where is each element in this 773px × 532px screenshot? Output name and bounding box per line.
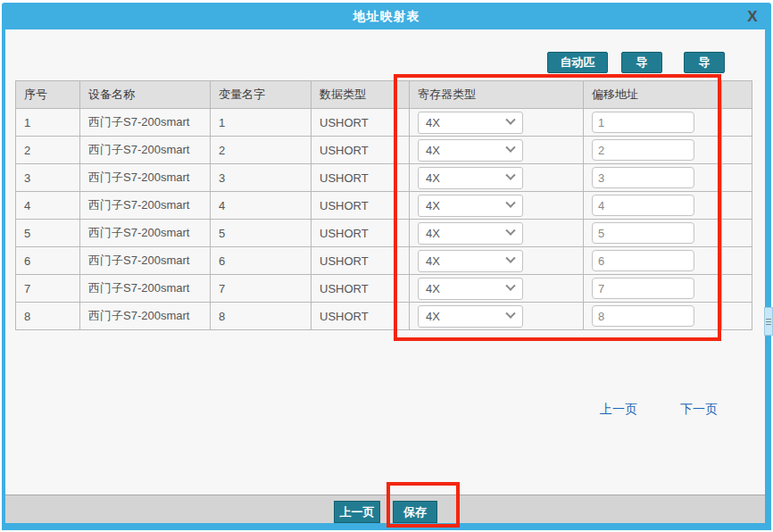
offset-input[interactable] [592,112,694,133]
spacer-cell [722,164,752,192]
no-cell: 3 [16,164,80,192]
table-row: 1西门子S7-200smart1USHORT4X [16,109,752,137]
spacer-cell [722,303,752,330]
save-button[interactable]: 保存 [393,501,437,523]
device-cell: 西门子S7-200smart [80,137,211,164]
next-page-link[interactable]: 下一页 [680,402,718,418]
spacer-cell [722,137,752,164]
column-header: 序号 [16,81,80,109]
table-row: 5西门子S7-200smart5USHORT4X [16,220,752,247]
datatype-cell: USHORT [312,247,410,275]
offset-cell [584,303,722,330]
variable-cell: 6 [211,247,312,275]
register-type-select[interactable]: 4X [418,222,523,245]
register-type-select[interactable]: 4X [418,278,523,300]
register-type-select[interactable]: 4X [418,112,523,134]
no-cell: 7 [16,275,80,303]
prev-page-link[interactable]: 上一页 [600,402,637,418]
offset-input[interactable] [592,278,694,299]
offset-input[interactable] [592,139,694,161]
variable-cell: 3 [211,164,312,192]
chevron-down-icon [505,198,515,208]
no-cell: 6 [16,247,80,275]
register-type-value: 4X [426,254,440,268]
chevron-down-icon [505,115,515,125]
dialog-titlebar: 地址映射表 X [2,3,771,29]
table-row: 3西门子S7-200smart3USHORT4X [16,164,752,192]
offset-input[interactable] [592,167,694,188]
register-cell: 4X [410,164,584,192]
spacer-cell [722,275,752,303]
register-type-select[interactable]: 4X [418,167,523,189]
offset-cell [584,137,722,164]
register-type-select[interactable]: 4X [418,139,523,162]
footer-prev-page-button[interactable]: 上一页 [334,501,380,523]
mapping-table: 序号设备名称变量名字数据类型寄存器类型偏移地址 1西门子S7-200smart1… [15,80,752,330]
datatype-cell: USHORT [312,192,410,220]
spacer-cell [722,109,752,137]
offset-input[interactable] [592,222,694,244]
offset-input[interactable] [592,195,694,216]
table-row: 6西门子S7-200smart6USHORT4X [16,247,752,275]
register-type-select[interactable]: 4X [418,195,523,217]
export-button[interactable]: 导出 [621,52,662,73]
column-header: 偏移地址 [584,81,722,109]
spacer-cell [722,220,752,247]
dialog-footer [5,495,765,523]
device-cell: 西门子S7-200smart [80,303,211,330]
device-cell: 西门子S7-200smart [80,109,211,137]
column-header: 寄存器类型 [410,81,584,109]
variable-cell: 7 [211,275,312,303]
chevron-down-icon [505,143,515,153]
no-cell: 1 [16,109,80,137]
offset-input[interactable] [592,250,694,271]
register-type-value: 4X [426,144,440,157]
variable-cell: 8 [211,303,312,330]
no-cell: 8 [16,303,80,330]
variable-cell: 2 [211,137,312,164]
datatype-cell: USHORT [312,303,410,330]
offset-cell [584,109,722,137]
dialog-title: 地址映射表 [2,9,771,25]
spacer-cell [722,247,752,275]
device-cell: 西门子S7-200smart [80,247,211,275]
register-type-select[interactable]: 4X [418,250,523,272]
datatype-cell: USHORT [312,275,410,303]
offset-cell [584,220,722,247]
close-button[interactable]: X [743,7,762,27]
address-mapping-dialog: 地址映射表 X 自动匹配 导出 导入 序号设备名称变量名字数据类型寄存器类型偏移… [0,0,773,532]
dialog-border-bottom [2,523,771,530]
register-type-value: 4X [426,310,440,323]
chevron-down-icon [505,309,515,319]
auto-match-button[interactable]: 自动匹配 [547,52,608,73]
no-cell: 4 [16,192,80,220]
register-cell: 4X [410,303,584,330]
register-cell: 4X [410,109,584,137]
register-cell: 4X [410,192,584,220]
datatype-cell: USHORT [312,137,410,164]
offset-cell [584,192,722,220]
register-type-value: 4X [426,199,440,212]
variable-cell: 1 [211,109,312,137]
table-row: 7西门子S7-200smart7USHORT4X [16,275,752,303]
register-cell: 4X [410,137,584,164]
register-type-select[interactable]: 4X [418,305,523,328]
device-cell: 西门子S7-200smart [80,275,211,303]
offset-input[interactable] [592,305,694,327]
device-cell: 西门子S7-200smart [80,220,211,247]
register-cell: 4X [410,220,584,247]
column-header: 设备名称 [80,81,211,109]
column-header [722,81,752,109]
spacer-cell [722,192,752,220]
scroll-handle[interactable] [764,307,773,336]
variable-cell: 5 [211,220,312,247]
register-type-value: 4X [426,227,440,240]
datatype-cell: USHORT [312,164,410,192]
chevron-down-icon [505,281,515,291]
chevron-down-icon [505,226,515,236]
device-cell: 西门子S7-200smart [80,164,211,192]
register-type-value: 4X [426,282,440,295]
import-button[interactable]: 导入 [684,52,725,73]
chevron-down-icon [505,254,515,263]
table-row: 2西门子S7-200smart2USHORT4X [16,137,752,164]
